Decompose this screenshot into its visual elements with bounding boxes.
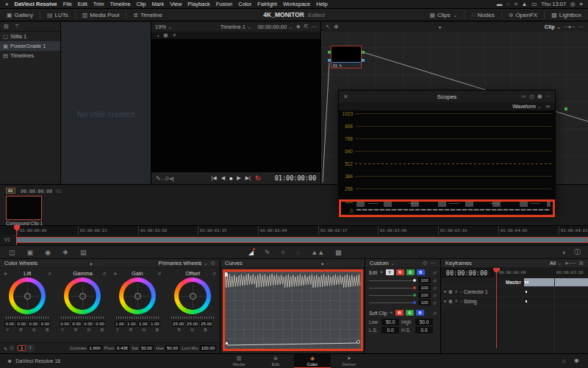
sidebar-item-powergrade[interactable]: ▣ PowerGrade 1: [0, 41, 60, 51]
gain-reset-icon[interactable]: ↺: [157, 271, 161, 276]
y-gain-slider[interactable]: [369, 280, 416, 281]
hue-value[interactable]: 50.00: [165, 345, 179, 351]
curves-tool-icon[interactable]: ◢: [248, 249, 254, 256]
clip-thumbnail[interactable]: [6, 196, 42, 220]
master-track[interactable]: [524, 278, 588, 286]
corrector1-track[interactable]: [524, 288, 588, 296]
b-reset-icon[interactable]: ↺: [433, 300, 437, 305]
lift-g-value[interactable]: 0.00: [28, 321, 38, 327]
scope-settings-icon[interactable]: ≫: [545, 104, 551, 110]
lum-mix-value[interactable]: 100.00: [200, 345, 216, 351]
annotation-pen-icon[interactable]: ✎: [156, 175, 161, 182]
y-gain-value[interactable]: 100: [418, 277, 431, 283]
qualifier-icon[interactable]: ✎: [265, 249, 270, 256]
gain-y-value[interactable]: 1.00: [115, 321, 125, 327]
menu-view[interactable]: View: [170, 1, 182, 7]
keyframe-row-corrector1[interactable]: ● ▩ ✛ › Corrector 1: [441, 287, 588, 297]
visibility-icon[interactable]: ●: [444, 289, 446, 294]
custom-curve-editor[interactable]: [225, 272, 361, 349]
rgb-mixer-icon[interactable]: ▤: [80, 249, 87, 256]
corrector-node[interactable]: 01 ✎: [331, 46, 362, 68]
timeline-ruler[interactable]: 01:00:00:00 01:00:00:13 01:00:01:02 01:0…: [0, 225, 588, 235]
scopes-titlebar[interactable]: ✕ Scopes ▭ ◫ ▦ ⋯: [339, 91, 555, 102]
gamma-b-value[interactable]: 0.00: [95, 321, 105, 327]
gain-b-value[interactable]: 1.00: [150, 321, 160, 327]
menubar-clock[interactable]: Thu 13:07: [541, 1, 566, 7]
spotlight-icon[interactable]: ◎: [570, 1, 576, 7]
expand-row-icon[interactable]: ›: [460, 299, 462, 303]
gamma-wheel[interactable]: [64, 277, 101, 314]
curve-point-white[interactable]: [356, 340, 360, 344]
gain-master-slider[interactable]: [116, 316, 159, 319]
tab-timeline[interactable]: ≣ Timeline: [126, 9, 169, 21]
go-to-start-button[interactable]: |◀: [212, 175, 217, 181]
visibility-icon[interactable]: ●: [444, 299, 446, 303]
step-back-button[interactable]: ◀: [221, 175, 225, 181]
go-to-end-button[interactable]: ▶|: [245, 175, 251, 181]
link-icon[interactable]: ⚭: [379, 269, 383, 275]
offset-g-value[interactable]: 25.00: [186, 321, 198, 327]
expand-icon[interactable]: ⇱: [304, 24, 308, 30]
node-zoom-slider[interactable]: ─●─: [564, 24, 575, 30]
high-value[interactable]: 50.0: [415, 319, 433, 325]
tab-openfx[interactable]: ⊛ OpenFX: [502, 9, 545, 21]
scope-layout-1up-icon[interactable]: ▭: [521, 93, 526, 99]
soft-clip-reset-icon[interactable]: ↺: [433, 311, 437, 316]
low-value[interactable]: 50.0: [381, 319, 399, 325]
wheels-page-dots[interactable]: ● ○ ○: [90, 261, 106, 266]
audio-mute-icon[interactable]: ◂): [169, 175, 174, 182]
node-rgb-output[interactable]: [362, 51, 365, 54]
curve-settings-icon[interactable]: ⊙: [423, 260, 427, 266]
soft-clip-r-button[interactable]: R: [395, 310, 404, 316]
g-gain-value[interactable]: 100: [418, 292, 431, 298]
menu-edit[interactable]: Edit: [78, 1, 87, 7]
menu-file[interactable]: File: [63, 1, 72, 7]
soft-clip-link-icon[interactable]: ⚭: [390, 310, 393, 316]
highlight-icon[interactable]: ✳: [172, 32, 176, 38]
offset-reset-icon[interactable]: ↺: [212, 271, 216, 276]
lift-b-value[interactable]: 0.00: [40, 321, 50, 327]
power-window-icon[interactable]: ○: [281, 249, 284, 256]
tab-clips[interactable]: ▦ Clips ⌄: [423, 9, 464, 21]
menu-trim[interactable]: Trim: [93, 1, 104, 7]
loop-button[interactable]: ↻: [255, 174, 261, 182]
node-key-input[interactable]: [328, 59, 331, 62]
channel-y-button[interactable]: Y: [386, 269, 394, 275]
auto-balance-icon[interactable]: ✎: [4, 346, 7, 351]
image-wipe-icon[interactable]: ▪: [157, 33, 159, 38]
tab-nodes[interactable]: ∴ Nodes: [465, 9, 501, 21]
gamma-y-value[interactable]: 0.00: [60, 321, 70, 327]
gamma-master-slider[interactable]: [61, 316, 104, 319]
scope-mode-select[interactable]: Waveform ⌄: [512, 104, 541, 110]
viewer-timecode-select[interactable]: 00:00:00:00 ⌄: [257, 24, 293, 30]
lock-icon[interactable]: ▩: [448, 299, 452, 303]
low-softness-value[interactable]: 0.0: [381, 327, 399, 333]
page-tab-deliver[interactable]: ➤ Deliver: [331, 354, 368, 368]
hdr-wheels-icon[interactable]: ❖: [62, 249, 68, 256]
gain-g-value[interactable]: 1.00: [138, 321, 148, 327]
keyframes-expand-icon[interactable]: ⊞: [579, 260, 584, 266]
viewer-video-canvas[interactable]: [151, 39, 320, 171]
wheels-page-2[interactable]: 2: [26, 345, 33, 351]
r-gain-slider[interactable]: [369, 288, 416, 289]
menu-fairlight[interactable]: Fairlight: [257, 1, 277, 7]
high-softness-value[interactable]: 0.0: [415, 327, 433, 333]
scope-layout-4up-icon[interactable]: ▦: [537, 93, 542, 99]
offset-master-slider[interactable]: [171, 316, 214, 319]
tab-lightbox[interactable]: ▩ Lightbox: [545, 9, 588, 21]
curve-options-icon[interactable]: ⋯: [431, 260, 437, 266]
node-rgb-input[interactable]: [328, 51, 331, 54]
channel-b-button[interactable]: B: [417, 269, 425, 275]
settings-gear-icon[interactable]: ✺: [574, 358, 579, 364]
offset-wheel[interactable]: [174, 277, 211, 314]
key-icon[interactable]: ▩: [335, 249, 342, 256]
edit-reset-icon[interactable]: ↺: [433, 270, 437, 275]
lift-master-slider[interactable]: [6, 316, 49, 319]
sizing-track[interactable]: [524, 297, 588, 305]
pan-tool-icon[interactable]: ✥: [334, 24, 338, 30]
color-viewer-icon[interactable]: ❖: [295, 24, 301, 30]
split-screen-icon[interactable]: ▦: [163, 32, 168, 38]
still-albums-icon[interactable]: ▧: [4, 24, 9, 29]
close-icon[interactable]: ✕: [343, 93, 348, 100]
soft-clip-g-button[interactable]: G: [406, 310, 414, 316]
